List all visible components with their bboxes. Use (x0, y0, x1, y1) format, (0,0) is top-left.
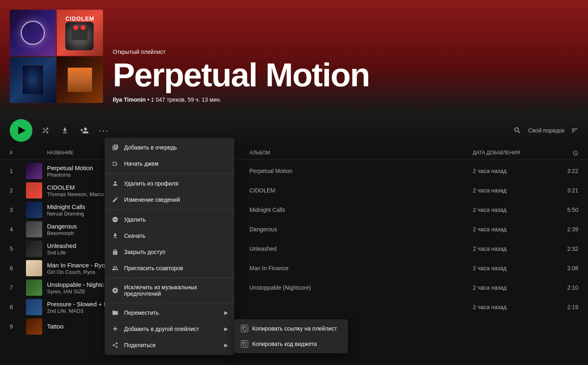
cover-spiral-graphic (21, 21, 45, 45)
share-submenu: Копировать ссылку на плейлист Копировать… (234, 319, 348, 353)
track-count: 1 047 треков, (151, 96, 186, 103)
playlist-meta: Ilya Timonin • 1 047 треков, 59 ч. 13 ми… (113, 96, 578, 103)
playlist-cover: CIDOLEM (10, 10, 103, 103)
menu-item-collab-label: Пригласить соавторов (124, 265, 183, 271)
menu-item-jam-label: Начать джем (124, 160, 159, 167)
lock-icon (111, 248, 119, 256)
track-thumbnail (26, 299, 42, 315)
track-date: 2 часа назад (473, 207, 554, 213)
menu-item-remove-profile[interactable]: Удалить из профиля (105, 175, 234, 192)
search-icon[interactable] (513, 126, 521, 134)
menu-item-download[interactable]: Скачать (105, 228, 234, 244)
track-duration: 2:39 (554, 226, 578, 233)
hero-info: Открытый плейлист Perpetual Motion Ilya … (113, 49, 578, 103)
menu-item-move[interactable]: Переместить ▶ (105, 305, 234, 321)
cover-building-graphic (68, 68, 92, 92)
sort-label[interactable]: Свой порядок (528, 127, 564, 134)
track-title-block: CIDOLEM Thomas Newson, Marco (47, 184, 104, 198)
track-title-block: Pressure - Slowed + R... 2nd Life, MAD3 (47, 300, 113, 314)
play-button[interactable] (10, 119, 32, 142)
track-num: 4 (10, 226, 26, 233)
track-thumbnail (26, 260, 42, 276)
track-album: Midnight Calls (249, 207, 473, 213)
track-album: Perpetual Motion (249, 168, 473, 174)
track-num: 1 (10, 168, 26, 174)
track-num: 7 (10, 284, 26, 291)
track-thumbnail (26, 163, 42, 179)
menu-item-remove-profile-label: Удалить из профиля (124, 180, 178, 187)
track-row[interactable]: 4 Dangerous Besomorph Dangerous 2 часа н… (0, 220, 588, 239)
track-artist: Thomas Newson, Marco (47, 191, 104, 197)
track-date: 2 часа назад (473, 226, 554, 233)
track-row[interactable]: 7 Unstoppable - Nightc... Syrex, IAN SIZ… (0, 278, 588, 297)
track-title-block: Midnight Calls Nerual Dreming (47, 203, 85, 217)
shuffle-button[interactable] (39, 124, 52, 137)
track-date: 2 часа назад (473, 304, 554, 310)
submenu-item-copy-widget[interactable]: Копировать код виджета (234, 336, 348, 352)
track-duration: 2:08 (554, 265, 578, 271)
cover-cell-4 (57, 57, 103, 103)
track-name: Midnight Calls (47, 203, 85, 211)
track-name: Unleashed (47, 242, 76, 250)
track-title-block: Unleashed 2nd Life (47, 242, 76, 256)
duration: 59 ч. 13 мин. (188, 96, 221, 103)
track-thumbnail (26, 221, 42, 237)
track-name: CIDOLEM (47, 184, 104, 192)
toolbar: ··· Свой порядок (0, 113, 588, 148)
menu-item-edit-label: Изменение сведений (124, 196, 180, 203)
add-user-button[interactable] (78, 124, 91, 137)
track-artist: 2nd Life, MAD3 (47, 308, 113, 314)
menu-item-delete[interactable]: Удалить (105, 211, 234, 228)
track-thumbnail (26, 202, 42, 218)
track-title-block: Perpetual Motion Phantoms (47, 164, 93, 178)
cover-cell-1 (10, 10, 56, 56)
menu-item-collab[interactable]: Пригласить соавторов (105, 260, 234, 276)
track-row[interactable]: 2 CIDOLEM Thomas Newson, Marco CIDOLEM 2… (0, 181, 588, 200)
track-date: 2 часа назад (473, 245, 554, 252)
menu-item-download-label: Скачать (124, 233, 146, 239)
copy-widget-icon (241, 340, 248, 348)
track-artist: 2nd Life (47, 250, 76, 256)
submenu-item-copy-link[interactable]: Копировать ссылку на плейлист (234, 321, 348, 336)
context-menu: Добавить в очередь Начать джем Удалить и… (105, 138, 234, 355)
track-row[interactable]: 8 Pressure - Slowed + R... 2nd Life, MAD… (0, 297, 588, 317)
track-duration: 2:32 (554, 245, 578, 252)
menu-item-jam[interactable]: Начать джем (105, 156, 234, 172)
menu-item-queue[interactable]: Добавить в очередь (105, 139, 234, 156)
track-artist: Girl On Couch, Ryos (47, 269, 108, 275)
track-num: 2 (10, 187, 26, 194)
cidolem-text: CIDOLEM (65, 15, 94, 22)
track-duration: 3:22 (554, 168, 578, 174)
download-button[interactable] (58, 124, 71, 137)
track-duration: 2:10 (554, 284, 578, 291)
track-name: Perpetual Motion (47, 164, 93, 172)
menu-divider-1 (105, 173, 234, 174)
track-row[interactable]: 3 Midnight Calls Nerual Dreming Midnight… (0, 200, 588, 220)
track-num: 8 (10, 304, 26, 310)
copy-link-icon (241, 325, 248, 332)
menu-item-edit[interactable]: Изменение сведений (105, 192, 234, 208)
menu-divider-2 (105, 209, 234, 210)
more-button[interactable]: ··· (97, 124, 110, 137)
submenu-item-copy-widget-label: Копировать код виджета (252, 341, 317, 347)
cover-robot-graphic (65, 22, 94, 50)
track-row[interactable]: 6 Man In Finance - Ryos Girl On Couch, R… (0, 258, 588, 278)
sort-icon[interactable] (571, 127, 578, 134)
menu-item-exclude[interactable]: Исключить из музыкальных предпочтений (105, 280, 234, 301)
menu-item-lock[interactable]: Закрыть доступ (105, 244, 234, 260)
track-num: 6 (10, 265, 26, 271)
queue-icon (111, 143, 119, 152)
track-date: 2 часа назад (473, 265, 554, 271)
cover-figure-graphic (23, 66, 43, 94)
menu-item-lock-label: Закрыть доступ (124, 249, 165, 255)
download-icon (111, 232, 119, 240)
menu-item-share[interactable]: Поделиться ▶ Копировать ссылку на плейли… (105, 337, 234, 353)
menu-item-add-playlist[interactable]: + Добавить в другой плейлист ▶ (105, 321, 234, 337)
submenu-item-copy-link-label: Копировать ссылку на плейлист (252, 325, 337, 332)
track-row[interactable]: 1 Perpetual Motion Phantoms Perpetual Mo… (0, 161, 588, 181)
menu-item-add-playlist-label: Добавить в другой плейлист (124, 326, 199, 332)
track-row[interactable]: 5 Unleashed 2nd Life Unleashed 2 часа на… (0, 239, 588, 258)
track-album: Dangerous (249, 226, 473, 233)
playlist-author[interactable]: Ilya Timonin (113, 96, 146, 103)
track-artist: Besomorph (47, 230, 77, 236)
